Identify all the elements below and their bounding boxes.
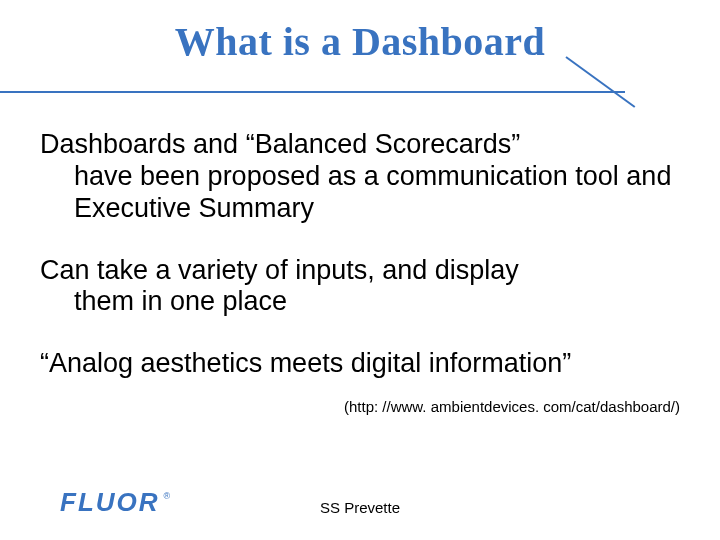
- logo: FLUOR ®: [60, 487, 170, 518]
- slide-body: Dashboards and “Balanced Scorecards” hav…: [0, 103, 720, 380]
- paragraph-1-line1: Dashboards and “Balanced Scorecards”: [40, 129, 520, 159]
- title-rule: [0, 83, 720, 103]
- paragraph-2-rest: them in one place: [40, 286, 680, 318]
- paragraph-3: “Analog aesthetics meets digital informa…: [40, 348, 680, 380]
- footer: FLUOR ® SS Prevette: [0, 478, 720, 518]
- rule-diagonal: [566, 56, 626, 116]
- footer-author: SS Prevette: [320, 499, 400, 516]
- logo-text: FLUOR: [60, 487, 160, 518]
- registered-mark-icon: ®: [164, 491, 171, 501]
- paragraph-1: Dashboards and “Balanced Scorecards” hav…: [40, 129, 680, 225]
- paragraph-1-rest: have been proposed as a communication to…: [40, 161, 680, 225]
- paragraph-3-text: “Analog aesthetics meets digital informa…: [40, 348, 571, 378]
- rule-mask: [625, 83, 720, 103]
- slide: What is a Dashboard Dashboards and “Bala…: [0, 0, 720, 540]
- paragraph-2: Can take a variety of inputs, and displa…: [40, 255, 680, 319]
- paragraph-2-line1: Can take a variety of inputs, and displa…: [40, 255, 519, 285]
- citation: (http: //www. ambientdevices. com/cat/da…: [0, 398, 720, 415]
